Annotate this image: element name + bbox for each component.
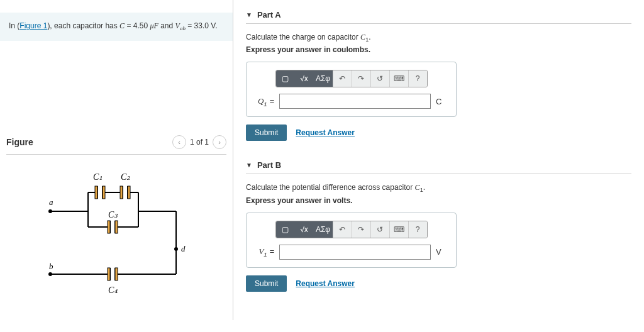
- figure-title: Figure: [6, 137, 33, 147]
- collapse-icon: ▼: [246, 11, 252, 18]
- label-b: b: [49, 262, 53, 271]
- keyboard-button[interactable]: ⌨: [389, 221, 408, 238]
- svg-rect-29: [108, 268, 110, 280]
- part-a-express: Express your answer in coulombs.: [246, 45, 631, 54]
- part-a-title: Part A: [257, 10, 281, 19]
- figure-next-button[interactable]: ›: [213, 135, 226, 149]
- part-a-input[interactable]: [279, 94, 431, 109]
- part-b-label: V1 =: [254, 246, 274, 258]
- part-a-toolbar: ▢ √x ΑΣφ ↶ ↷ ↺ ⌨ ?: [254, 70, 448, 87]
- svg-rect-24: [103, 186, 105, 199]
- part-a-label: Q1 =: [254, 96, 274, 108]
- part-b-title: Part B: [257, 160, 281, 170]
- template-button[interactable]: ▢: [276, 70, 295, 87]
- figure-header: Figure ‹ 1 of 1 ›: [6, 135, 226, 155]
- part-b-toolbar: ▢ √x ΑΣφ ↶ ↷ ↺ ⌨ ?: [254, 221, 448, 238]
- svg-point-31: [48, 209, 52, 213]
- circuit-figure: a b d C₁ C₂ C₃ C₄: [6, 155, 226, 314]
- label-c1: C₁: [93, 172, 103, 182]
- part-b-header[interactable]: ▼ Part B: [246, 157, 631, 174]
- svg-point-33: [174, 247, 178, 251]
- label-a: a: [49, 197, 53, 207]
- label-c3: C₃: [108, 210, 118, 219]
- svg-rect-30: [115, 268, 118, 280]
- help-button[interactable]: ?: [408, 70, 427, 87]
- part-b-unit: V: [436, 247, 448, 257]
- template-button[interactable]: ▢: [276, 221, 295, 238]
- part-b-instruction: Calculate the potential difference acros…: [246, 183, 631, 193]
- part-b-input[interactable]: [279, 245, 431, 260]
- label-c2: C₂: [121, 172, 130, 182]
- undo-button[interactable]: ↶: [333, 221, 352, 238]
- part-a-submit-button[interactable]: Submit: [246, 124, 287, 141]
- label-c4: C₄: [108, 285, 118, 295]
- undo-button[interactable]: ↶: [333, 70, 352, 87]
- help-button[interactable]: ?: [408, 221, 427, 238]
- redo-button[interactable]: ↷: [352, 70, 370, 87]
- part-b-answer-box: ▢ √x ΑΣφ ↶ ↷ ↺ ⌨ ? V1 = V: [246, 213, 457, 268]
- part-a: ▼ Part A Calculate the charge on capacit…: [246, 6, 631, 141]
- part-a-instruction: Calculate the charge on capacitor C1.: [246, 33, 631, 43]
- fraction-button[interactable]: √x: [295, 70, 314, 87]
- svg-rect-25: [120, 186, 123, 199]
- svg-rect-26: [128, 186, 130, 199]
- reset-button[interactable]: ↺: [370, 70, 389, 87]
- problem-prompt: In (Figure 1), each capacitor has C = 4.…: [0, 13, 233, 41]
- greek-button[interactable]: ΑΣφ: [314, 70, 333, 87]
- figure-prev-button[interactable]: ‹: [172, 135, 186, 149]
- greek-button[interactable]: ΑΣφ: [314, 221, 333, 238]
- part-a-header[interactable]: ▼ Part A: [246, 6, 631, 24]
- figure-pager: 1 of 1: [190, 138, 209, 147]
- part-a-answer-box: ▢ √x ΑΣφ ↶ ↷ ↺ ⌨ ? Q1 = C: [246, 62, 457, 117]
- collapse-icon: ▼: [246, 162, 252, 169]
- svg-rect-23: [95, 186, 97, 199]
- part-b-request-link[interactable]: Request Answer: [296, 279, 355, 288]
- redo-button[interactable]: ↷: [352, 221, 370, 238]
- svg-rect-28: [115, 221, 118, 233]
- part-a-request-link[interactable]: Request Answer: [296, 128, 355, 137]
- part-b-submit-button[interactable]: Submit: [246, 275, 287, 292]
- fraction-button[interactable]: √x: [295, 221, 314, 238]
- keyboard-button[interactable]: ⌨: [389, 70, 408, 87]
- figure-link[interactable]: Figure 1: [19, 21, 47, 30]
- reset-button[interactable]: ↺: [370, 221, 389, 238]
- part-a-unit: C: [436, 97, 448, 106]
- svg-rect-27: [108, 221, 110, 233]
- part-b: ▼ Part B Calculate the potential differe…: [246, 157, 631, 291]
- label-d: d: [181, 244, 186, 253]
- svg-point-32: [48, 272, 52, 276]
- prompt-text: In (: [9, 21, 19, 30]
- part-b-express: Express your answer in volts.: [246, 196, 631, 205]
